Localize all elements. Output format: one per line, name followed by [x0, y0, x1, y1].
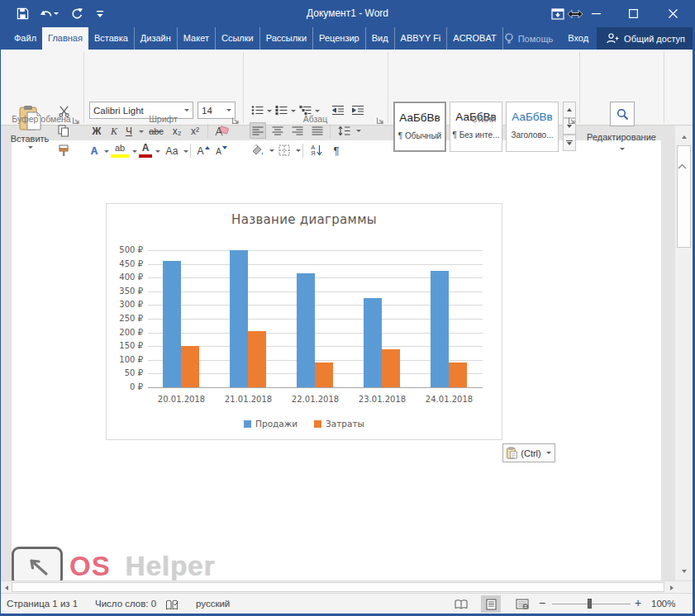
- underline-button[interactable]: Ч: [122, 123, 136, 140]
- customize-qat-icon[interactable]: [91, 5, 109, 22]
- bullet-list-caret[interactable]: [267, 110, 272, 112]
- italic-button[interactable]: К: [107, 123, 121, 140]
- undo-dropdown-caret[interactable]: [54, 12, 59, 15]
- format-painter-icon[interactable]: [55, 142, 73, 159]
- highlight-color-button[interactable]: ab: [111, 141, 129, 158]
- chart-bar-Затраты[interactable]: [382, 349, 400, 387]
- tab-insert[interactable]: Вставка: [88, 27, 134, 50]
- shading-icon[interactable]: [250, 142, 266, 159]
- paste-dropdown-caret[interactable]: [28, 146, 33, 149]
- underline-dropdown-caret[interactable]: [139, 130, 144, 133]
- scroll-up-icon[interactable]: [678, 130, 690, 143]
- tab-design[interactable]: Дизайн: [134, 27, 177, 50]
- style-heading1[interactable]: АаБбВв Заголово...: [506, 102, 559, 152]
- print-layout-icon[interactable]: [481, 595, 501, 613]
- paste-button[interactable]: Вставить: [7, 102, 53, 151]
- tab-mailings[interactable]: Рассылки: [259, 27, 312, 50]
- line-spacing-caret[interactable]: [356, 130, 361, 132]
- clear-formatting-icon[interactable]: [212, 123, 231, 140]
- multilevel-list-caret[interactable]: [315, 110, 320, 112]
- horizontal-scrollbar-thumb[interactable]: [12, 582, 664, 592]
- tab-home[interactable]: Главная: [42, 27, 88, 50]
- strikethrough-button[interactable]: abc: [145, 123, 167, 140]
- chart[interactable]: Название диаграммы ПродажиЗатраты 0 ₽50 …: [106, 203, 502, 440]
- chart-bar-Продажи[interactable]: [431, 271, 449, 387]
- chart-bar-Затраты[interactable]: [315, 362, 333, 387]
- bold-button[interactable]: Ж: [89, 123, 104, 140]
- read-mode-icon[interactable]: [451, 595, 471, 613]
- text-effects-button[interactable]: А: [88, 143, 101, 159]
- change-case-caret[interactable]: [183, 150, 188, 153]
- tab-acrobat[interactable]: ACROBAT: [446, 27, 502, 50]
- tab-layout[interactable]: Макет: [177, 27, 215, 50]
- font-color-caret[interactable]: [155, 150, 160, 153]
- scroll-right-icon[interactable]: [666, 582, 677, 593]
- font-color-button[interactable]: А: [139, 141, 152, 158]
- redo-icon[interactable]: [68, 5, 86, 22]
- sign-in-button[interactable]: Вход: [559, 27, 597, 50]
- borders-caret[interactable]: [296, 149, 301, 152]
- borders-icon[interactable]: [276, 142, 293, 159]
- web-layout-icon[interactable]: [512, 595, 532, 613]
- chart-bar-Продажи[interactable]: [163, 261, 181, 387]
- highlight-caret[interactable]: [132, 150, 137, 153]
- grow-font-button[interactable]: А: [195, 143, 212, 159]
- chart-bar-Продажи[interactable]: [364, 298, 382, 387]
- language-status[interactable]: русский: [196, 594, 230, 614]
- word-count[interactable]: Число слов: 0: [95, 594, 156, 614]
- change-case-button[interactable]: Аа: [162, 143, 182, 159]
- zoom-out-button[interactable]: −: [539, 593, 545, 613]
- zoom-slider-thumb[interactable]: [588, 599, 592, 609]
- horizontal-scrollbar[interactable]: [0, 580, 695, 593]
- tab-abbyy[interactable]: ABBYY Fi: [394, 27, 447, 50]
- subscript-button[interactable]: x₂: [169, 123, 185, 140]
- vertical-scrollbar[interactable]: [674, 126, 693, 580]
- chart-bar-Продажи[interactable]: [297, 273, 315, 387]
- scroll-down-icon[interactable]: [678, 565, 690, 577]
- save-icon[interactable]: [13, 5, 31, 22]
- shading-caret[interactable]: [269, 149, 274, 152]
- paragraph-dialog-launcher-icon[interactable]: [376, 113, 385, 122]
- chart-bar-Затраты[interactable]: [181, 346, 199, 387]
- chart-bar-Продажи[interactable]: [230, 250, 248, 387]
- align-right-button[interactable]: [289, 122, 306, 139]
- zoom-in-button[interactable]: +: [635, 593, 641, 613]
- maximize-button[interactable]: [619, 0, 647, 27]
- share-button[interactable]: Общий доступ: [597, 27, 695, 50]
- numbered-list-caret[interactable]: [291, 110, 296, 112]
- page-count[interactable]: Страница 1 из 1: [7, 594, 78, 614]
- scroll-left-icon[interactable]: [1, 582, 12, 593]
- collapse-ribbon-icon[interactable]: [674, 160, 689, 172]
- align-left-button[interactable]: [250, 122, 266, 139]
- tab-references[interactable]: Ссылки: [215, 27, 259, 50]
- justify-button[interactable]: [309, 122, 326, 139]
- paste-options-button[interactable]: (Ctrl): [502, 443, 555, 462]
- clipboard-dialog-launcher-icon[interactable]: [72, 113, 81, 122]
- style-normal[interactable]: АаБбВв ¶ Обычный: [393, 102, 446, 152]
- editing-group-button[interactable]: Редактирование: [579, 132, 664, 142]
- minimize-button[interactable]: [582, 0, 610, 27]
- styles-dialog-launcher-icon[interactable]: [568, 113, 577, 122]
- sort-icon[interactable]: А Я: [307, 142, 326, 159]
- close-button[interactable]: [656, 0, 689, 27]
- align-center-button[interactable]: [269, 122, 286, 139]
- undo-button[interactable]: [36, 5, 61, 22]
- line-spacing-icon[interactable]: [335, 122, 353, 139]
- shrink-font-button[interactable]: А: [213, 143, 230, 159]
- chart-bar-Затраты[interactable]: [449, 362, 467, 387]
- superscript-button[interactable]: x²: [187, 123, 203, 140]
- tab-review[interactable]: Рецензир: [312, 27, 365, 50]
- find-button[interactable]: [610, 102, 635, 126]
- styles-gallery-more-icon[interactable]: [563, 135, 576, 151]
- chart-bar-Затраты[interactable]: [248, 331, 266, 387]
- editing-caret[interactable]: [620, 148, 625, 150]
- copy-icon[interactable]: [55, 122, 73, 139]
- tell-me-button[interactable]: Помощь: [497, 27, 560, 50]
- style-no-spacing[interactable]: АаБбВв ¶ Без инте...: [450, 102, 502, 152]
- font-dialog-launcher-icon[interactable]: [231, 113, 240, 122]
- tab-view[interactable]: Вид: [365, 27, 394, 50]
- show-formatting-marks-button[interactable]: ¶: [329, 142, 344, 159]
- text-effects-caret[interactable]: [104, 150, 109, 153]
- tab-file[interactable]: Файл: [8, 27, 42, 50]
- zoom-level[interactable]: 100%: [651, 594, 675, 614]
